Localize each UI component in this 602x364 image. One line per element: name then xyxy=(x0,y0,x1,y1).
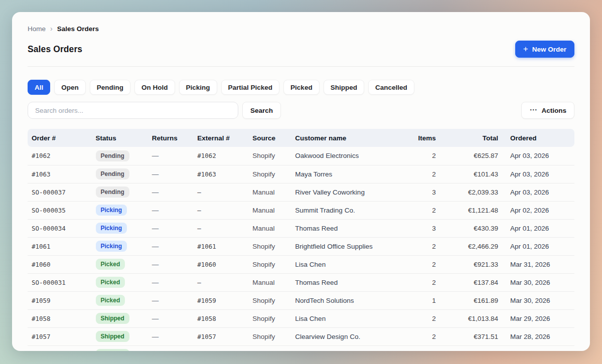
status-badge: Shipped xyxy=(96,331,129,342)
column-header-total: Total xyxy=(440,129,502,147)
cell-returns: — xyxy=(148,309,193,327)
cell-returns: — xyxy=(148,327,193,345)
column-header-ordered: Ordered xyxy=(502,129,574,147)
cell-status: Picked xyxy=(92,255,148,273)
cell-external: #1061 xyxy=(193,237,248,255)
cell-source: Shopify xyxy=(248,237,291,255)
table-row[interactable]: #1063Pending—#1063ShopifyMaya Torres2€10… xyxy=(28,165,574,183)
cell-source: Manual xyxy=(248,273,291,291)
actions-button[interactable]: ⋯ Actions xyxy=(521,102,574,119)
table-row[interactable]: #1059Picked—#1059ShopifyNordTech Solutio… xyxy=(28,291,574,309)
cell-customer: NordTech Solutions xyxy=(291,291,404,309)
cell-order: #1058 xyxy=(28,309,92,327)
tab-cancelled[interactable]: Cancelled xyxy=(368,80,414,95)
status-badge: Picking xyxy=(96,223,127,234)
cell-customer: Oakwood Electronics xyxy=(291,147,404,165)
table-row[interactable]: SO-000037Pending—–ManualRiver Valley Cow… xyxy=(28,183,574,201)
cell-source: Manual xyxy=(248,219,291,237)
table-row-partial[interactable]: Shipped xyxy=(28,345,574,351)
cell-returns xyxy=(148,345,193,351)
cell-total: €101.43 xyxy=(440,165,502,183)
cell-order xyxy=(28,345,92,351)
table-row[interactable]: #1057Shipped—#1057ShopifyClearview Desig… xyxy=(28,327,574,345)
table-row[interactable]: #1060Picked—#1060ShopifyLisa Chen2€921.3… xyxy=(28,255,574,273)
table-row[interactable]: SO-000035Picking—–ManualSummit Trading C… xyxy=(28,201,574,219)
cell-external: #1059 xyxy=(193,291,248,309)
table-row[interactable]: #1058Shipped—#1058ShopifyLisa Chen2€1,01… xyxy=(28,309,574,327)
cell-returns: — xyxy=(148,219,193,237)
cell-total: €2,466.29 xyxy=(440,237,502,255)
table-row[interactable]: #1061Picking—#1061ShopifyBrightfield Off… xyxy=(28,237,574,255)
status-badge: Picked xyxy=(96,277,125,288)
cell-status: Shipped xyxy=(92,309,148,327)
header-divider xyxy=(28,66,574,67)
tab-picking[interactable]: Picking xyxy=(179,80,217,95)
cell-source: Manual xyxy=(248,201,291,219)
table-row[interactable]: SO-000031Picked—–ManualThomas Reed2€137.… xyxy=(28,273,574,291)
cell-source: Shopify xyxy=(248,327,291,345)
cell-ordered: Apr 01, 2026 xyxy=(502,237,574,255)
column-header-order: Order # xyxy=(28,129,92,147)
table-row[interactable]: SO-000034Picking—–ManualThomas Reed3€430… xyxy=(28,219,574,237)
cell-items: 2 xyxy=(404,327,440,345)
cell-status: Picking xyxy=(92,237,148,255)
tab-picked[interactable]: Picked xyxy=(283,80,320,95)
tab-open[interactable]: Open xyxy=(54,80,86,95)
cell-ordered: Mar 31, 2026 xyxy=(502,255,574,273)
cell-order: SO-000037 xyxy=(28,183,92,201)
cell-items: 2 xyxy=(404,309,440,327)
tab-all[interactable]: All xyxy=(28,80,50,95)
cell-returns: — xyxy=(148,255,193,273)
cell-order: SO-000031 xyxy=(28,273,92,291)
cell-total: €1,121.48 xyxy=(440,201,502,219)
status-badge: Pending xyxy=(96,187,129,198)
cell-source: Shopify xyxy=(248,147,291,165)
cell-status: Pending xyxy=(92,147,148,165)
table-body: #1062Pending—#1062ShopifyOakwood Electro… xyxy=(28,147,574,351)
cell-ordered: Mar 30, 2026 xyxy=(502,273,574,291)
search-button[interactable]: Search xyxy=(242,102,281,119)
breadcrumb-home-link[interactable]: Home xyxy=(28,25,46,33)
status-badge: Pending xyxy=(96,168,129,179)
cell-order: #1059 xyxy=(28,291,92,309)
column-header-items: Items xyxy=(404,129,440,147)
tab-pending[interactable]: Pending xyxy=(90,80,130,95)
cell-external: – xyxy=(193,201,248,219)
column-header-external: External # xyxy=(193,129,248,147)
cell-returns: — xyxy=(148,237,193,255)
orders-table-wrap: Order #StatusReturnsExternal #SourceCust… xyxy=(28,129,574,351)
page-title: Sales Orders xyxy=(28,44,82,55)
filter-tabs: AllOpenPendingOn HoldPickingPartial Pick… xyxy=(28,80,574,95)
search-input[interactable] xyxy=(28,102,238,119)
column-header-source: Source xyxy=(248,129,291,147)
table-row[interactable]: #1062Pending—#1062ShopifyOakwood Electro… xyxy=(28,147,574,165)
tab-shipped[interactable]: Shipped xyxy=(324,80,364,95)
cell-ordered: Apr 01, 2026 xyxy=(502,219,574,237)
breadcrumb-current: Sales Orders xyxy=(57,25,99,33)
cell-external: – xyxy=(193,273,248,291)
cell-status: Picking xyxy=(92,201,148,219)
cell-order: #1060 xyxy=(28,255,92,273)
cell-customer: Brightfield Office Supplies xyxy=(291,237,404,255)
cell-customer: Clearview Design Co. xyxy=(291,327,404,345)
cell-external: #1062 xyxy=(193,147,248,165)
tab-on-hold[interactable]: On Hold xyxy=(134,80,175,95)
breadcrumb: Home › Sales Orders xyxy=(28,25,574,33)
cell-external: #1057 xyxy=(193,327,248,345)
column-header-customer: Customer name xyxy=(291,129,404,147)
cell-ordered: Apr 03, 2026 xyxy=(502,183,574,201)
cell-status: Picked xyxy=(92,291,148,309)
new-order-button[interactable]: + New Order xyxy=(515,41,574,58)
cell-items: 1 xyxy=(404,291,440,309)
cell-total: €2,039.33 xyxy=(440,183,502,201)
tab-partial-picked[interactable]: Partial Picked xyxy=(221,80,280,95)
cell-order: #1061 xyxy=(28,237,92,255)
cell-order: #1057 xyxy=(28,327,92,345)
cell-items: 2 xyxy=(404,255,440,273)
cell-external: #1058 xyxy=(193,309,248,327)
status-badge: Picked xyxy=(96,259,125,270)
cell-returns: — xyxy=(148,291,193,309)
cell-source xyxy=(248,345,291,351)
actions-button-label: Actions xyxy=(541,107,566,114)
cell-external: #1063 xyxy=(193,165,248,183)
